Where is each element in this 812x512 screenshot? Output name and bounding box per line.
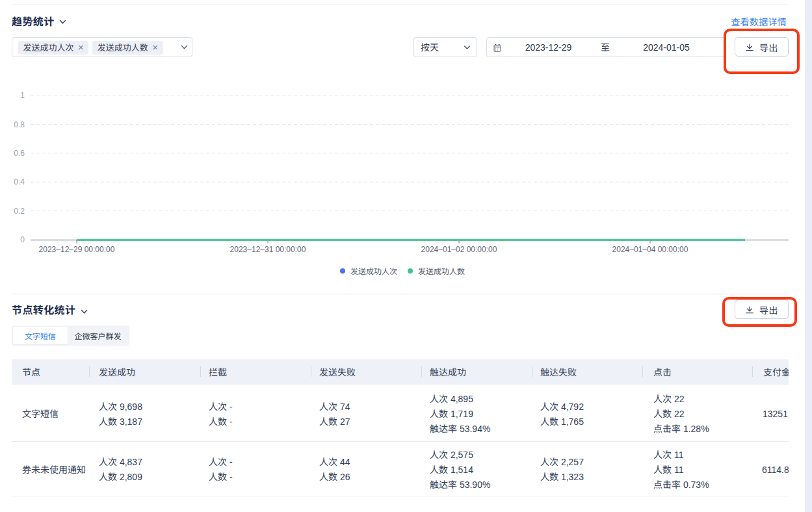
svg-text:2024–01–04 00:00:00: 2024–01–04 00:00:00 (612, 245, 688, 254)
svg-text:0.6: 0.6 (14, 149, 25, 158)
svg-text:1: 1 (20, 91, 25, 100)
svg-text:2023–12–31 00:00:00: 2023–12–31 00:00:00 (230, 245, 306, 254)
svg-text:0.2: 0.2 (14, 207, 25, 216)
svg-text:0: 0 (20, 235, 25, 244)
svg-text:2024–01–02 00:00:00: 2024–01–02 00:00:00 (421, 245, 497, 254)
svg-text:2023–12–29 00:00:00: 2023–12–29 00:00:00 (39, 245, 115, 254)
svg-text:0.8: 0.8 (14, 120, 25, 129)
svg-text:0.4: 0.4 (14, 177, 25, 186)
